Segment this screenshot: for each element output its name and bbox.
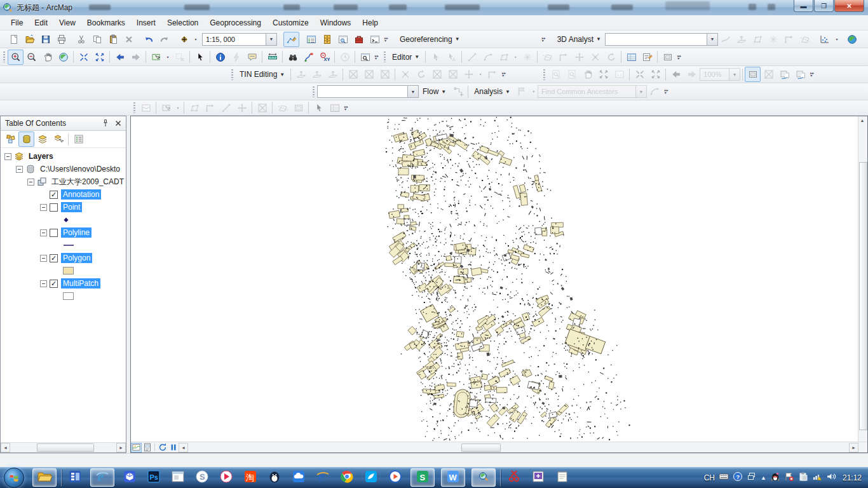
html-popup-button[interactable] xyxy=(244,50,260,65)
cut-polygons-button[interactable] xyxy=(539,50,555,65)
sketch-properties-button[interactable] xyxy=(639,50,655,65)
validate-topology-button[interactable] xyxy=(254,100,270,116)
taskbar-ie-old[interactable]: e xyxy=(314,469,332,486)
taskbar-arcmap[interactable] xyxy=(471,468,496,487)
menu-file[interactable]: File xyxy=(5,17,29,29)
taskbar-s-app[interactable]: S xyxy=(193,469,211,486)
refresh-view-button[interactable] xyxy=(157,443,168,452)
save-button[interactable] xyxy=(37,32,53,47)
taskbar-internet-explorer[interactable]: e xyxy=(90,468,114,487)
undo-button[interactable] xyxy=(140,32,156,47)
toolbar-overflow-icon[interactable]: ▸▸▾ xyxy=(342,101,350,115)
add-data-button[interactable] xyxy=(176,32,192,47)
map-scale-combo[interactable]: 1:15, 000 ▼ xyxy=(202,33,277,46)
keyboard-icon[interactable] xyxy=(719,471,729,484)
edit-annotation-tool-button[interactable]: A xyxy=(444,50,459,65)
start-button[interactable] xyxy=(4,468,24,488)
line-of-sight-button[interactable] xyxy=(750,32,766,47)
tin-editing-menu[interactable]: TIN Editing▼ xyxy=(236,67,288,81)
qq-penguin-icon[interactable] xyxy=(770,471,780,484)
tin-flip-button[interactable] xyxy=(429,67,445,82)
taskbar-wangwang[interactable] xyxy=(266,469,283,486)
layout-zoom-out-button[interactable] xyxy=(564,67,580,82)
expander-icon[interactable] xyxy=(40,204,47,211)
tin-add-line-button[interactable] xyxy=(309,67,325,82)
restore-small-icon[interactable] xyxy=(747,471,757,484)
align-edge-button[interactable] xyxy=(218,100,234,116)
full-extent-button[interactable] xyxy=(55,50,71,65)
layer-symbol[interactable] xyxy=(1,214,126,226)
search-window-button[interactable] xyxy=(335,32,351,47)
find-route-button[interactable] xyxy=(301,50,316,65)
taskbar-explorer[interactable] xyxy=(32,468,57,487)
copy-button[interactable] xyxy=(89,32,105,47)
action-center-icon[interactable] xyxy=(784,471,794,484)
layer-label[interactable]: Point xyxy=(61,202,82,212)
restore-button[interactable]: ❐ xyxy=(814,0,834,12)
delete-button[interactable] xyxy=(121,32,137,47)
layout-pan-button[interactable] xyxy=(580,67,595,82)
tin-move-button[interactable] xyxy=(461,67,477,82)
taskbar-wps-spreadsheet[interactable]: S xyxy=(410,468,435,487)
menu-view[interactable]: View xyxy=(53,17,81,29)
tin-add-point-button[interactable] xyxy=(293,67,309,82)
map-vertical-scrollbar[interactable]: ▲ xyxy=(858,116,867,442)
clipboard-tray-icon[interactable] xyxy=(798,471,808,484)
go-to-xy-button[interactable]: XY xyxy=(316,50,332,65)
menu-help[interactable]: Help xyxy=(356,17,384,29)
menu-selection[interactable]: Selection xyxy=(161,17,204,29)
reshape-feature-button[interactable] xyxy=(555,50,571,65)
menu-windows[interactable]: Windows xyxy=(315,17,357,29)
go-back-extent-button[interactable] xyxy=(112,50,128,65)
toolbar-overflow-icon[interactable]: ▸▸▾ xyxy=(675,50,683,64)
menu-bookmarks[interactable]: Bookmarks xyxy=(81,17,131,29)
taskbar-taobao[interactable]: 淘 xyxy=(241,469,259,486)
menu-geoprocessing[interactable]: Geoprocessing xyxy=(204,17,267,29)
scroll-left-icon[interactable]: ◄ xyxy=(179,443,188,452)
toc-options-button[interactable] xyxy=(71,132,86,147)
scroll-left-icon[interactable]: ◄ xyxy=(1,443,10,452)
toc-dataset-label[interactable]: 工业大学2009_CADT xyxy=(50,176,126,188)
paste-button[interactable] xyxy=(105,32,121,47)
toolbar-overflow-icon[interactable]: ▸▸▾ xyxy=(373,50,381,64)
fixed-zoom-out-button[interactable] xyxy=(92,50,107,65)
hyperlink-button[interactable] xyxy=(228,50,244,65)
focus-data-frame-button[interactable] xyxy=(761,67,776,82)
arctoolbox-button[interactable] xyxy=(351,32,367,47)
toolbar-overflow-icon[interactable]: ▸▸▾ xyxy=(383,32,390,46)
analysis-menu[interactable]: Analysis▼ xyxy=(470,85,514,98)
measure-button[interactable] xyxy=(264,50,280,65)
trace-tool-button[interactable] xyxy=(496,50,512,65)
split-tool-button[interactable] xyxy=(587,50,603,65)
toc-root-item[interactable]: Layers xyxy=(1,150,126,163)
select-elements-button[interactable] xyxy=(192,50,208,65)
close-button[interactable]: ✕ xyxy=(834,0,864,12)
interpolate-points-button[interactable] xyxy=(817,32,833,47)
layer-label[interactable]: Annotation xyxy=(61,189,101,200)
shared-features-button[interactable] xyxy=(327,100,342,116)
profile-graph-button[interactable] xyxy=(782,32,797,47)
fix-topology-error-button[interactable] xyxy=(275,100,290,116)
open-button[interactable] xyxy=(22,32,37,47)
layer-symbol[interactable] xyxy=(1,239,126,252)
data-driven-pages-button[interactable] xyxy=(792,67,808,82)
scroll-up-icon[interactable]: ▲ xyxy=(858,116,866,125)
toolbar-overflow-icon[interactable]: ▸▸▾ xyxy=(500,67,508,81)
redo-button[interactable] xyxy=(156,32,172,47)
expander-icon[interactable] xyxy=(40,229,47,236)
input-helper-icon[interactable]: ? xyxy=(733,471,743,484)
modify-edge-button[interactable] xyxy=(186,100,202,116)
create-features-button[interactable] xyxy=(660,50,675,65)
layout-view-button[interactable] xyxy=(142,443,153,452)
contour-tool-button[interactable] xyxy=(797,32,813,47)
layer-checkbox[interactable] xyxy=(50,203,58,212)
layer-checkbox[interactable]: ✓ xyxy=(50,280,58,288)
catalog-window-button[interactable] xyxy=(319,32,335,47)
scrollbar-thumb[interactable] xyxy=(859,162,867,430)
map-canvas[interactable] xyxy=(131,116,858,442)
reshape-edge-button[interactable] xyxy=(202,100,218,116)
layout-fixed-zoom-in-button[interactable] xyxy=(632,67,648,82)
editor-toolbar-toggle-button[interactable] xyxy=(283,32,299,47)
show-hidden-icons[interactable]: ▲ xyxy=(761,475,766,481)
tin-proportion-button[interactable] xyxy=(445,67,461,82)
